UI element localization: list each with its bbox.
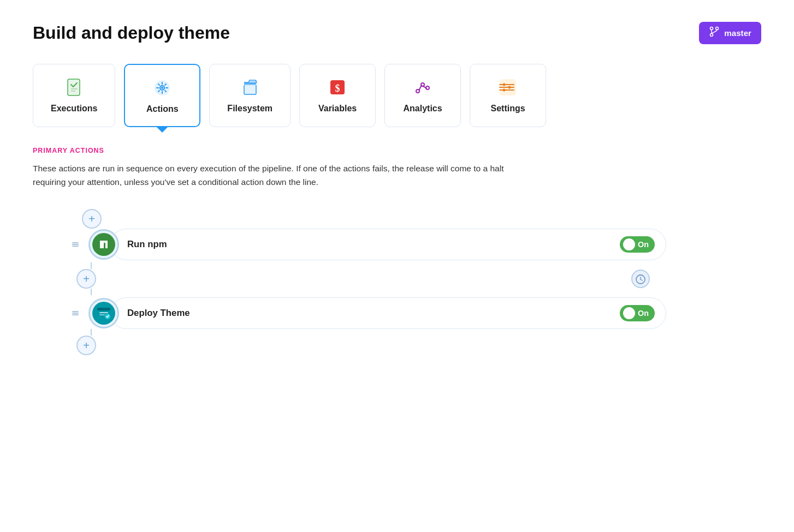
add-action-bottom[interactable]: + <box>76 336 96 355</box>
toggle-label-deploy-theme: On <box>638 309 649 318</box>
filesystem-label: Filesystem <box>227 104 272 113</box>
filesystem-icon <box>239 76 261 98</box>
tab-executions[interactable]: Executions <box>33 64 115 127</box>
svg-line-33 <box>641 279 642 280</box>
executions-label: Executions <box>51 104 97 113</box>
npm-icon-wrap <box>88 229 119 260</box>
action-row-run-npm: Run npm On <box>66 229 666 260</box>
action-name-run-npm: Run npm <box>127 239 620 250</box>
action-card-run-npm[interactable]: Run npm On <box>110 229 666 260</box>
svg-rect-3 <box>68 79 80 95</box>
executions-icon <box>63 76 85 98</box>
tab-actions[interactable]: Actions <box>124 64 200 127</box>
tab-settings[interactable]: Settings <box>470 64 546 127</box>
action-card-deploy-theme[interactable]: Deploy Theme On <box>110 297 666 329</box>
add-action-middle[interactable]: + <box>76 269 96 289</box>
toggle-circle-2 <box>623 307 635 319</box>
branch-label: master <box>724 28 751 38</box>
deploy-icon-wrap <box>88 298 119 328</box>
section-label: PRIMARY ACTIONS <box>33 147 761 154</box>
primary-actions-section: PRIMARY ACTIONS These actions are run in… <box>33 147 761 355</box>
svg-rect-41 <box>99 312 108 313</box>
settings-label: Settings <box>491 104 525 113</box>
branch-icon <box>709 26 720 40</box>
branch-badge[interactable]: master <box>699 22 761 44</box>
timer-icon <box>631 270 650 288</box>
section-description: These actions are run in sequence on eve… <box>33 162 524 189</box>
actions-label: Actions <box>146 104 179 114</box>
svg-marker-30 <box>100 241 108 248</box>
svg-text:$: $ <box>335 83 340 94</box>
svg-rect-40 <box>97 308 110 310</box>
page-title: Build and deploy theme <box>33 23 230 43</box>
toggle-label-run-npm: On <box>638 240 649 249</box>
variables-icon: $ <box>327 76 348 98</box>
svg-rect-42 <box>99 314 105 315</box>
svg-point-8 <box>161 87 163 89</box>
action-row-deploy-theme: Deploy Theme On <box>66 297 666 329</box>
svg-point-0 <box>710 27 713 30</box>
tab-filesystem[interactable]: Filesystem <box>209 64 291 127</box>
tab-variables[interactable]: $ Variables <box>299 64 376 127</box>
analytics-icon <box>412 76 434 98</box>
toggle-circle <box>623 238 635 250</box>
tabs-row: Executions Actions Filesy <box>33 64 761 127</box>
svg-point-1 <box>710 34 713 37</box>
toggle-deploy-theme[interactable]: On <box>620 305 655 321</box>
toggle-run-npm[interactable]: On <box>620 236 655 253</box>
add-action-top[interactable]: + <box>82 209 102 229</box>
drag-handle-run-npm[interactable] <box>66 235 85 254</box>
actions-icon <box>151 77 173 99</box>
tab-analytics[interactable]: Analytics <box>384 64 461 127</box>
action-name-deploy-theme: Deploy Theme <box>127 308 620 319</box>
settings-icon <box>497 76 519 98</box>
svg-point-2 <box>716 27 719 30</box>
actions-pipeline: + <box>33 209 761 355</box>
analytics-label: Analytics <box>404 104 442 113</box>
variables-label: Variables <box>318 104 357 113</box>
drag-handle-deploy-theme[interactable] <box>66 303 85 323</box>
